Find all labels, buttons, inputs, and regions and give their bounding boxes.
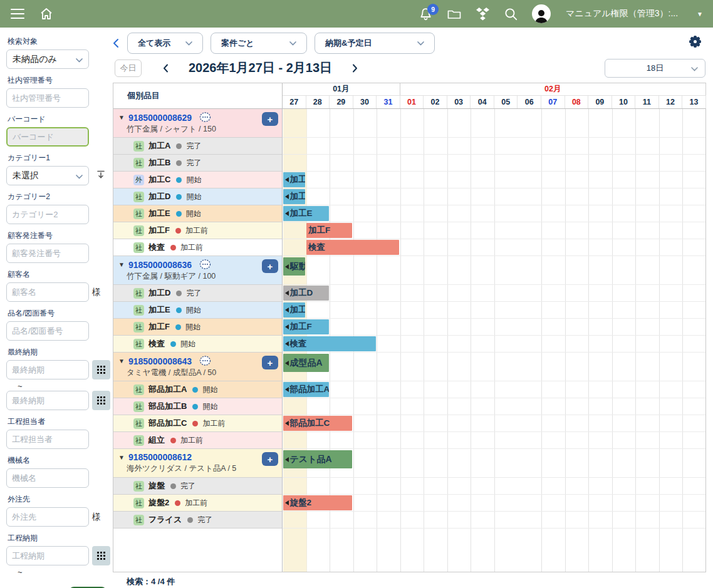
process-cell[interactable]: 社旋盤2加工前 bbox=[113, 495, 283, 512]
gantt-bar-部品加工C[interactable]: 部品加工C bbox=[283, 416, 353, 431]
group-id-link[interactable]: 9185000008612 bbox=[128, 452, 192, 462]
process-cell[interactable]: 社部品加工C加工前 bbox=[113, 415, 283, 432]
category-2-input[interactable] bbox=[6, 205, 89, 224]
user-avatar[interactable] bbox=[532, 4, 551, 23]
final-due-date-input[interactable] bbox=[6, 360, 89, 379]
group-id-link[interactable]: 9185000008636 bbox=[128, 260, 192, 270]
group-header-cell[interactable]: ▼9185000008612+海外ツクリダス / テスト品A / 5 bbox=[113, 449, 283, 478]
today-button[interactable]: 今日 bbox=[115, 59, 142, 77]
gantt-bar-加工E[interactable]: 加工E bbox=[283, 302, 306, 317]
gantt-table: 個別品目 01月02月 2728293031010203040506070809… bbox=[113, 83, 706, 572]
process-row-content: 社旋盤完了 bbox=[113, 478, 282, 494]
date-navigation: 今日 2026年1月27日 - 2月13日 18日 bbox=[113, 58, 706, 78]
gantt-bar-加工F[interactable]: 加工F bbox=[306, 223, 352, 238]
customer-name-input[interactable] bbox=[6, 282, 89, 302]
process-cell[interactable]: 社組立加工前 bbox=[113, 432, 283, 449]
calendar-picker-icon[interactable] bbox=[92, 546, 110, 565]
barcode-input[interactable] bbox=[6, 127, 89, 147]
next-period-icon[interactable] bbox=[350, 61, 360, 75]
internal-control-number-input[interactable] bbox=[6, 88, 89, 108]
process-due-date-input[interactable] bbox=[6, 546, 89, 565]
process-cell[interactable]: 社加工A完了 bbox=[113, 138, 283, 155]
prev-period-icon[interactable] bbox=[160, 61, 171, 75]
gantt-bar-加工E[interactable]: 加工E bbox=[283, 206, 329, 221]
calendar-picker-icon[interactable] bbox=[92, 360, 110, 379]
search-icon[interactable] bbox=[504, 7, 518, 21]
process-cell[interactable]: 社旋盤完了 bbox=[113, 478, 283, 495]
group-header-cell[interactable]: ▼9185000008643+タミヤ電機 / 成型品A / 50 bbox=[113, 353, 283, 381]
period-span-dropdown[interactable]: 18日 bbox=[605, 59, 705, 78]
group-header-cell[interactable]: ▼9185000008636+竹下金属 / 駆動ギア / 100 bbox=[113, 256, 283, 285]
gantt-bar-駆動ギア[interactable]: 駆動ギア bbox=[283, 257, 306, 276]
bar-label: 加工E bbox=[290, 208, 313, 219]
process-cell[interactable]: 社加工F開始 bbox=[113, 319, 283, 336]
gantt-bar-加工C[interactable]: 加工C bbox=[283, 172, 306, 187]
search-target-select[interactable]: 未納品のみ bbox=[6, 49, 89, 69]
notification-bell-icon[interactable]: 9 bbox=[419, 7, 433, 21]
process-cell[interactable]: 社加工E開始 bbox=[113, 205, 283, 222]
calendar-picker-icon[interactable] bbox=[92, 391, 110, 410]
add-process-button[interactable]: + bbox=[262, 259, 278, 273]
folder-icon[interactable] bbox=[447, 7, 462, 21]
gantt-bar-旋盤2[interactable]: 旋盤2 bbox=[283, 495, 353, 510]
sidebar-collapse-icon[interactable] bbox=[113, 38, 119, 48]
display-filter-dropdown[interactable]: 全て表示 bbox=[127, 33, 203, 54]
gantt-bar-加工D[interactable]: 加工D bbox=[283, 189, 306, 204]
insert-down-icon[interactable] bbox=[96, 170, 106, 182]
user-menu-caret-icon[interactable]: ▼ bbox=[697, 11, 703, 18]
date-mode-dropdown[interactable]: 納期&予定日 bbox=[315, 33, 435, 54]
process-name: 加工A bbox=[148, 140, 170, 152]
process-cell[interactable]: 社検査開始 bbox=[113, 336, 283, 353]
add-process-button[interactable]: + bbox=[262, 452, 278, 466]
gantt-bar-成型品A[interactable]: 成型品A bbox=[283, 354, 329, 372]
add-process-button[interactable]: + bbox=[262, 356, 278, 369]
final-due-date-input-to[interactable] bbox=[6, 391, 89, 410]
comment-bubble-icon[interactable] bbox=[199, 356, 211, 366]
hamburger-menu-icon[interactable] bbox=[10, 8, 25, 20]
group-header-cell[interactable]: ▼9185000008629+竹下金属 / シャフト / 150 bbox=[113, 109, 283, 138]
machine-name-input[interactable] bbox=[6, 468, 89, 488]
dropbox-icon[interactable] bbox=[476, 7, 490, 21]
process-row: 社加工F加工前加工F bbox=[113, 222, 705, 239]
item-drawing-number-input[interactable] bbox=[6, 321, 89, 341]
process-name: 旋盤2 bbox=[148, 497, 169, 508]
process-cell[interactable]: 社加工E開始 bbox=[113, 302, 283, 319]
settings-gear-icon[interactable] bbox=[688, 34, 702, 48]
add-process-button[interactable]: + bbox=[262, 112, 278, 126]
home-icon[interactable] bbox=[39, 6, 54, 21]
status-label: 完了 bbox=[186, 288, 201, 299]
process-cell[interactable]: 社部品加工B開始 bbox=[113, 398, 283, 415]
gantt-bar-検査[interactable]: 検査 bbox=[306, 240, 399, 255]
process-cell[interactable]: 社フライス完了 bbox=[113, 512, 283, 529]
gantt-bar-検査[interactable]: 検査 bbox=[283, 336, 376, 351]
process-cell[interactable]: 社加工B完了 bbox=[113, 155, 283, 172]
comment-bubble-icon[interactable] bbox=[199, 112, 211, 123]
status-dot bbox=[175, 228, 181, 234]
process-cell[interactable]: 社部品加工A開始 bbox=[113, 381, 283, 398]
process-row: 社旋盤2加工前旋盤2 bbox=[113, 495, 705, 512]
process-cell[interactable]: 社加工D完了 bbox=[113, 285, 283, 302]
group-id-link[interactable]: 9185000008629 bbox=[128, 113, 192, 123]
gantt-bar-加工D[interactable]: 加工D bbox=[283, 286, 329, 301]
comment-bubble-icon[interactable] bbox=[199, 259, 211, 270]
collapse-triangle-icon[interactable]: ▼ bbox=[118, 261, 125, 268]
gantt-bar-加工F[interactable]: 加工F bbox=[283, 319, 329, 334]
user-role-label[interactable]: マニュアル権限（管理3）:... bbox=[566, 8, 678, 19]
collapse-triangle-icon[interactable]: ▼ bbox=[118, 114, 125, 121]
gantt-bar-部品加工A[interactable]: 部品加工A bbox=[283, 382, 329, 397]
group-id-link[interactable]: 9185000008643 bbox=[128, 356, 192, 366]
collapse-triangle-icon[interactable]: ▼ bbox=[118, 358, 125, 364]
process-cell[interactable]: 社検査加工前 bbox=[113, 239, 283, 256]
gantt-bar-テスト品A[interactable]: テスト品A bbox=[283, 450, 353, 468]
process-cell[interactable]: 社加工D開始 bbox=[113, 188, 283, 205]
customer-order-number-input[interactable] bbox=[6, 244, 89, 263]
status-label: 加工前 bbox=[202, 418, 225, 429]
bar-label: 検査 bbox=[308, 242, 325, 253]
process-staff-input[interactable] bbox=[6, 430, 89, 449]
category-1-select[interactable]: 未選択 bbox=[6, 166, 89, 185]
subcontractor-input[interactable] bbox=[6, 507, 89, 527]
process-cell[interactable]: 社加工F加工前 bbox=[113, 222, 283, 239]
process-cell[interactable]: 外加工C開始 bbox=[113, 172, 283, 188]
collapse-triangle-icon[interactable]: ▼ bbox=[118, 454, 125, 461]
grouping-dropdown[interactable]: 案件ごと bbox=[211, 33, 307, 54]
